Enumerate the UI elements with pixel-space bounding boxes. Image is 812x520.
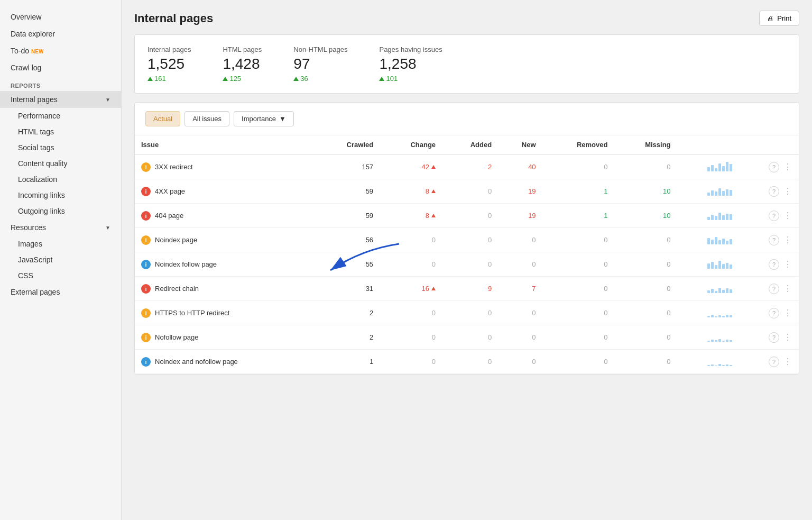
help-icon[interactable]: ? xyxy=(769,235,779,245)
mini-bar xyxy=(722,341,725,342)
mini-chart xyxy=(707,185,732,196)
missing-value: 0 xyxy=(614,277,677,301)
issue-icon: i xyxy=(141,357,151,367)
issue-label[interactable]: Redirect chain xyxy=(155,285,199,293)
sidebar-sub-performance[interactable]: Performance xyxy=(0,108,121,124)
filter-all-issues-button[interactable]: All issues xyxy=(184,111,229,126)
help-icon[interactable]: ? xyxy=(769,284,779,294)
stat-non-html-pages: Non-HTML pages 97 36 xyxy=(293,45,347,83)
issue-label[interactable]: Nofollow page xyxy=(155,333,198,341)
crawled-value: 56 xyxy=(315,228,380,252)
actions-cell: ? ⋮ xyxy=(739,228,799,252)
more-options-icon[interactable]: ⋮ xyxy=(783,162,792,172)
table-row[interactable]: i HTTPS to HTTP redirect 200000 ? ⋮ xyxy=(135,301,799,325)
mini-chart-cell xyxy=(677,350,739,374)
mini-bar xyxy=(730,164,732,171)
table-row[interactable]: i Noindex and nofollow page 100000 ? ⋮ xyxy=(135,350,799,374)
reports-section-label: REPORTS xyxy=(0,76,121,91)
more-options-icon[interactable]: ⋮ xyxy=(783,357,792,367)
sidebar-sub-javascript[interactable]: JavaScript xyxy=(0,252,121,268)
help-icon[interactable]: ? xyxy=(769,332,779,343)
issue-icon: i xyxy=(141,211,151,221)
mini-bar xyxy=(730,239,732,244)
sidebar-sub-incoming-links[interactable]: Incoming links xyxy=(0,187,121,203)
sidebar-item-external-pages[interactable]: External pages xyxy=(0,284,121,300)
mini-bar xyxy=(722,290,725,293)
mini-chart-cell xyxy=(677,204,739,228)
new-value: 40 xyxy=(498,154,542,179)
change-value: 0 xyxy=(380,350,442,374)
more-options-icon[interactable]: ⋮ xyxy=(783,259,792,269)
sidebar-sub-outgoing-links[interactable]: Outgoing links xyxy=(0,203,121,219)
table-row[interactable]: i Redirect chain 31169700 ? ⋮ xyxy=(135,277,799,301)
added-value: 0 xyxy=(442,179,498,204)
change-value: 0 xyxy=(380,301,442,325)
table-row[interactable]: i Nofollow page 200000 ? ⋮ xyxy=(135,325,799,350)
sidebar-item-crawl-log[interactable]: Crawl log xyxy=(0,59,121,76)
sidebar-sub-css[interactable]: CSS xyxy=(0,268,121,284)
more-options-icon[interactable]: ⋮ xyxy=(783,332,792,342)
issue-label[interactable]: 3XX redirect xyxy=(155,163,193,171)
issue-label[interactable]: Noindex and nofollow page xyxy=(155,358,238,366)
issue-label[interactable]: Noindex page xyxy=(155,236,197,244)
mini-bar xyxy=(711,165,714,171)
mini-bar xyxy=(726,288,728,293)
filter-importance-button[interactable]: Importance ▼ xyxy=(234,111,294,126)
table-row[interactable]: i Noindex follow page 5500000 ? ⋮ xyxy=(135,252,799,277)
issue-label[interactable]: Noindex follow page xyxy=(155,260,217,268)
change-value: 0 xyxy=(380,228,442,252)
more-options-icon[interactable]: ⋮ xyxy=(783,284,792,294)
help-icon[interactable]: ? xyxy=(769,259,779,270)
change-value: 8 xyxy=(380,204,442,228)
removed-value: 1 xyxy=(542,179,614,204)
more-options-icon[interactable]: ⋮ xyxy=(783,308,792,318)
issue-label[interactable]: HTTPS to HTTP redirect xyxy=(155,309,229,317)
removed-value: 0 xyxy=(542,154,614,179)
table-row[interactable]: i 3XX redirect 1574224000 ? ⋮ xyxy=(135,154,799,179)
trend-up-icon: 42 xyxy=(422,163,429,171)
help-icon[interactable]: ? xyxy=(769,357,779,367)
mini-bar xyxy=(711,340,714,342)
sidebar-item-overview[interactable]: Overview xyxy=(0,8,121,25)
issues-table: Issue Crawled Change Added New Removed M… xyxy=(135,135,799,374)
more-options-icon[interactable]: ⋮ xyxy=(783,235,792,245)
issue-label[interactable]: 4XX page xyxy=(155,187,185,195)
sidebar-sub-html-tags[interactable]: HTML tags xyxy=(0,124,121,140)
chevron-down-icon: ▼ xyxy=(279,115,286,123)
mini-bar xyxy=(730,289,732,293)
issue-cell: i Noindex page xyxy=(135,228,315,252)
table-row[interactable]: i Noindex page 5600000 ? ⋮ xyxy=(135,228,799,252)
sidebar-item-data-explorer[interactable]: Data explorer xyxy=(0,25,121,42)
sidebar-item-todo[interactable]: To-doNEW xyxy=(0,42,121,59)
sidebar-sub-localization[interactable]: Localization xyxy=(0,171,121,187)
sidebar-sub-content-quality[interactable]: Content quality xyxy=(0,156,121,171)
mini-chart-cell xyxy=(677,228,739,252)
change-value: 8 xyxy=(380,179,442,204)
help-icon[interactable]: ? xyxy=(769,162,779,172)
sidebar-sub-social-tags[interactable]: Social tags xyxy=(0,140,121,156)
table-row[interactable]: i 4XX page 598019110 ? ⋮ xyxy=(135,179,799,204)
trend-up-icon: 8 xyxy=(426,187,429,195)
sidebar-sub-images[interactable]: Images xyxy=(0,236,121,252)
sidebar-group-internal-pages[interactable]: Internal pages ▼ xyxy=(0,91,121,108)
help-icon[interactable]: ? xyxy=(769,308,779,318)
help-icon[interactable]: ? xyxy=(769,211,779,221)
mini-bar xyxy=(715,237,717,244)
crawled-value: 55 xyxy=(315,252,380,277)
help-icon[interactable]: ? xyxy=(769,186,779,197)
table-row[interactable]: i 404 page 598019110 ? ⋮ xyxy=(135,204,799,228)
issue-label[interactable]: 404 page xyxy=(155,212,183,220)
mini-bar xyxy=(718,339,721,342)
crawled-value: 157 xyxy=(315,154,380,179)
print-button[interactable]: 🖨 Print xyxy=(759,11,799,26)
more-options-icon[interactable]: ⋮ xyxy=(783,211,792,221)
actions-cell: ? ⋮ xyxy=(739,301,799,325)
crawled-value: 1 xyxy=(315,350,380,374)
sidebar-group-resources[interactable]: Resources ▼ xyxy=(0,219,121,236)
page-title: Internal pages xyxy=(134,12,213,25)
filter-actual-button[interactable]: Actual xyxy=(145,111,180,126)
actions-cell: ? ⋮ xyxy=(739,154,799,179)
issue-icon: i xyxy=(141,284,151,294)
more-options-icon[interactable]: ⋮ xyxy=(783,186,792,196)
mini-bar xyxy=(718,364,721,366)
